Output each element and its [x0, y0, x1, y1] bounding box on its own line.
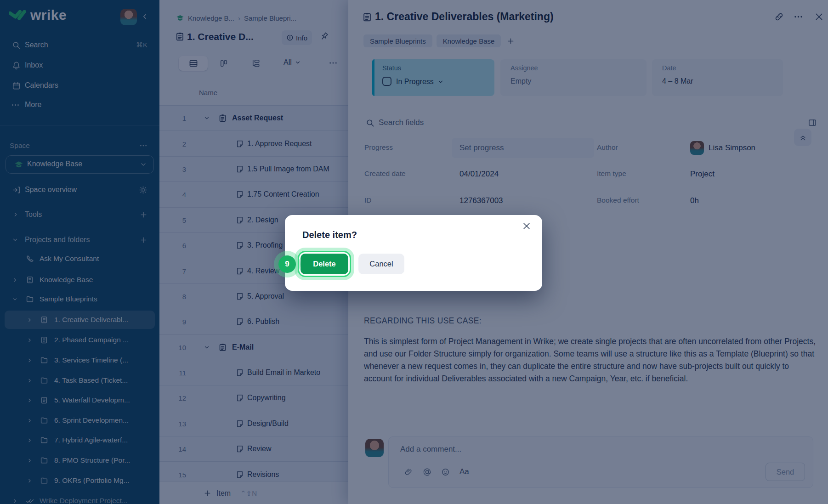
- delete-confirmation-dialog: Delete item? Delete Cancel: [285, 215, 542, 291]
- dialog-close-icon[interactable]: [522, 221, 531, 231]
- dialog-title: Delete item?: [302, 230, 357, 240]
- delete-button[interactable]: Delete: [301, 254, 348, 274]
- cancel-button[interactable]: Cancel: [358, 254, 404, 274]
- wrike-app: wrike Search ⌘K Inbox Calendars More Spa…: [0, 0, 828, 504]
- tutorial-step-badge: 9: [278, 255, 296, 273]
